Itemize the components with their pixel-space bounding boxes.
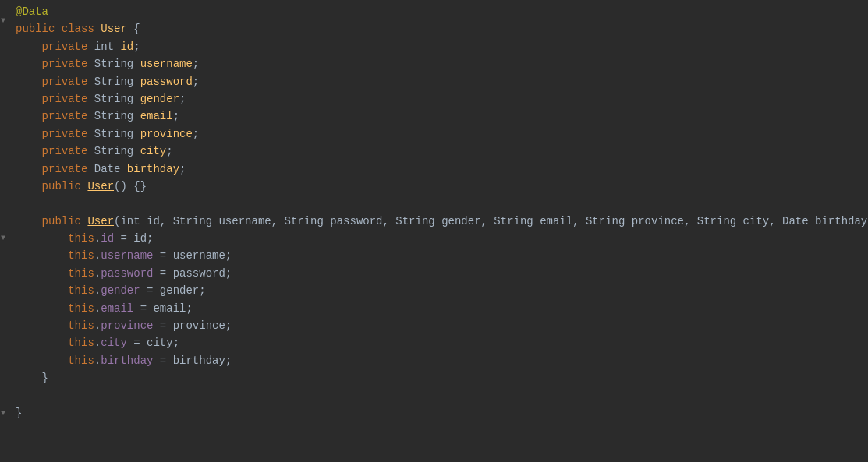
dot-birthday: . [94,354,101,367]
this-field-city: city [101,337,127,349]
code-line-20: this.city = city; [12,334,868,351]
constructor-name-user: User [87,180,114,192]
code-line-6: private String gender; [12,90,868,108]
type-int-id: int [87,41,120,53]
type-string-gender: String [87,93,140,105]
kw-private-email: private [42,110,88,122]
code-line-1: @Data [12,3,868,20]
dot-city: . [94,337,101,349]
fold-icon-close[interactable]: ▼ [0,407,6,420]
kw-public-constructor2: public [42,215,88,227]
editor-gutter: ▼ ▼ ▼ [0,0,6,462]
code-editor: @Data public class User { private int id… [6,0,868,462]
param-string-username: String [173,215,219,227]
param-string-province: String [586,215,632,227]
code-line-4: private String username; [12,55,868,72]
semi-username: ; [193,58,199,70]
code-line-8: private String province; [12,125,868,143]
kw-private-password: private [42,76,88,88]
assign-city: = city; [127,337,179,349]
semi-birthday: ; [179,163,186,175]
this-field-id: id [101,232,114,245]
kw-private-id: private [42,41,88,53]
kw-private-birthday: private [42,163,88,175]
param-city: city, [743,215,782,227]
field-birthday: birthday [127,163,179,175]
code-line-24: } [12,404,868,421]
code-line-13: public User(int id, String username, Str… [12,213,868,230]
this-kw-password: this [68,267,94,280]
kw-class: class [62,23,101,35]
field-id: id [120,41,133,53]
this-field-birthday: birthday [101,354,153,367]
param-province: province, [632,215,697,227]
dot-province: . [94,319,101,332]
semi-city: ; [166,145,172,157]
this-field-gender: gender [101,284,140,297]
close-brace-constructor: } [42,372,48,384]
kw-public-class: public [16,23,62,35]
assign-email: = email; [133,302,193,315]
field-city: city [140,145,167,157]
code-line-16: this.password = password; [12,265,868,282]
code-line-21: this.birthday = birthday; [12,352,868,369]
code-line-18: this.email = email; [12,300,868,317]
dot-username: . [94,249,101,262]
type-string-city: String [87,145,140,157]
this-kw-gender: this [68,284,94,297]
code-line-5: private String password; [12,73,868,90]
param-email: email, [540,215,586,227]
param-date-birthday: Date [782,215,815,227]
assign-gender: = gender; [140,284,206,297]
param-gender: gender, [441,215,494,227]
code-line-10: private Date birthday; [12,160,868,178]
kw-public-constructor: public [42,180,88,192]
open-brace-class: { [133,23,140,35]
param-username: username, [218,215,284,227]
semi-password: ; [193,76,199,88]
code-line-11: public User() {} [12,178,868,195]
kw-private-gender: private [42,93,88,105]
code-line-22: } [12,369,868,386]
type-string-password: String [87,76,140,88]
this-field-username: username [101,249,153,262]
assign-province: = province; [153,319,232,332]
type-string-username: String [87,58,140,70]
code-line-19: this.province = province; [12,317,868,334]
field-gender: gender [140,93,179,105]
assign-username: = username; [153,249,232,262]
dot-password: . [94,267,101,280]
type-string-email: String [87,110,140,122]
field-username: username [140,58,193,70]
class-name-user: User [101,23,133,35]
close-brace-class: } [16,407,22,419]
code-line-3: private int id; [12,38,868,55]
assign-password: = password; [153,267,232,280]
field-password: password [140,76,193,88]
code-line-14: this.id = id; [12,230,868,247]
this-kw-province: this [68,319,94,332]
param-string-city: String [697,215,743,227]
this-kw-birthday: this [68,354,94,367]
kw-private-city: private [42,145,88,157]
param-string-gender: String [395,215,441,227]
code-line-17: this.gender = gender; [12,282,868,299]
this-field-province: province [101,319,153,332]
semi-gender: ; [179,93,186,105]
this-kw-username: this [68,249,94,262]
code-line-15: this.username = username; [12,247,868,264]
assign-birthday: = birthday; [153,354,232,367]
fold-icon-constructor[interactable]: ▼ [0,232,6,245]
code-line-7: private String email; [12,108,868,125]
annotation-data: @Data [16,5,48,18]
fold-icon-class[interactable]: ▼ [0,15,6,27]
param-int: int [120,215,147,227]
param-password: password, [330,215,395,227]
constructor-parens: () {} [114,180,147,192]
type-date-birthday: Date [87,163,126,175]
field-email: email [140,110,173,122]
semi-email: ; [173,110,179,122]
this-field-email: email [101,302,133,315]
code-line-23 [12,387,868,404]
dot-email: . [94,302,101,315]
